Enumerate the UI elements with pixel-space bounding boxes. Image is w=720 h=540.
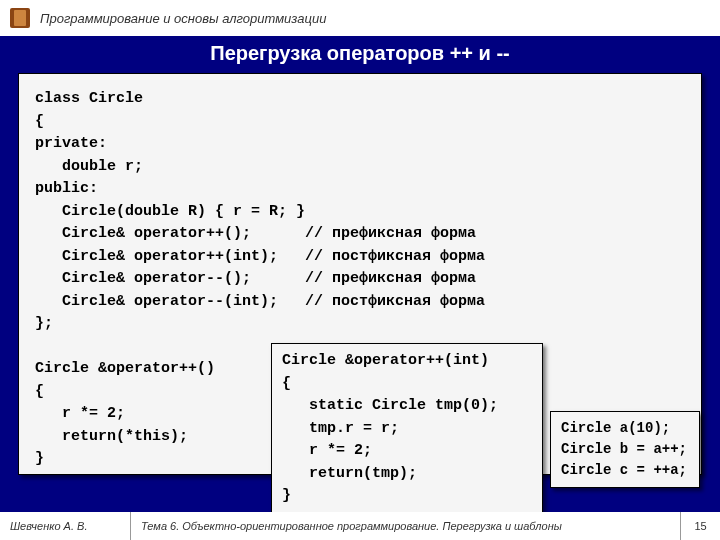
page-number: 15 <box>680 512 720 540</box>
app-icon <box>10 8 30 28</box>
footer-bar: Шевченко А. В. Тема 6. Объектно-ориентир… <box>0 512 720 540</box>
footer-topic: Тема 6. Объектно-ориентированное програм… <box>131 520 680 532</box>
slide-title: Перегрузка операторов ++ и -- <box>0 36 720 73</box>
slide-body: Перегрузка операторов ++ и -- class Circ… <box>0 36 720 512</box>
course-title: Программирование и основы алгоритмизации <box>40 11 326 26</box>
footer-author: Шевченко А. В. <box>0 520 130 532</box>
code-block-postfix: Circle &operator++(int) { static Circle … <box>271 343 543 515</box>
header-bar: Программирование и основы алгоритмизации <box>0 0 720 36</box>
code-block-usage: Circle a(10); Circle b = a++; Circle c =… <box>550 411 700 488</box>
